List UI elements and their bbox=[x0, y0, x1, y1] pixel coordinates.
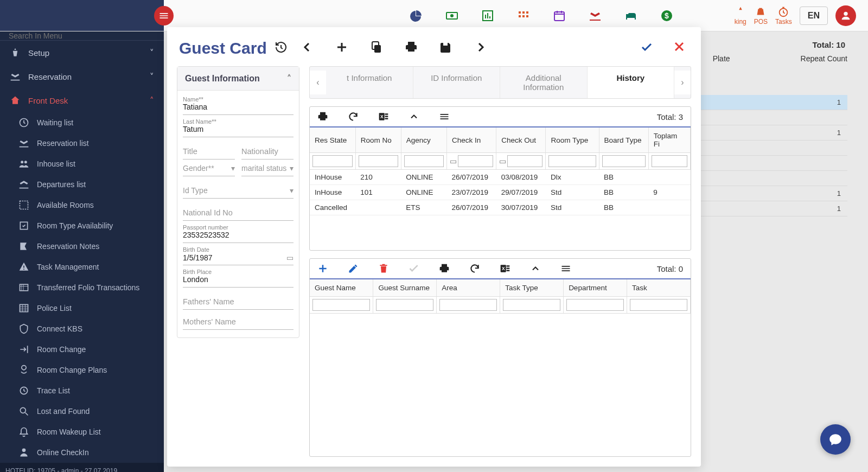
print-icon[interactable] bbox=[439, 263, 450, 274]
svg-rect-34 bbox=[385, 116, 388, 117]
col-header[interactable]: Guest Surname bbox=[373, 279, 437, 297]
svg-rect-40 bbox=[507, 270, 510, 272]
filter-input[interactable] bbox=[548, 155, 596, 167]
dropdown-icon: ▾ bbox=[290, 186, 293, 195]
tasks-table: Guest NameGuest SurnameAreaTask TypeDepa… bbox=[310, 279, 691, 314]
lastname-field[interactable]: Last Name** Tatum bbox=[183, 116, 293, 137]
col-header[interactable]: Agency bbox=[401, 127, 446, 153]
menu-icon[interactable] bbox=[560, 263, 571, 274]
tasks-grid: X Total: 0 Guest NameGuest SurnameAreaTa… bbox=[309, 258, 691, 457]
gender-select[interactable]: Gender**▾ bbox=[183, 161, 235, 176]
title-field[interactable]: Title bbox=[183, 144, 235, 160]
modal-overlay: Guest Card Guest Information ˄ bbox=[0, 0, 868, 472]
copy-button[interactable] bbox=[370, 41, 383, 56]
modal-toolbar bbox=[301, 41, 487, 56]
add-button[interactable] bbox=[335, 41, 348, 56]
marital-select[interactable]: marital status▾ bbox=[241, 161, 293, 176]
col-header[interactable]: Check In bbox=[447, 127, 496, 153]
col-header[interactable]: Toplam Fi bbox=[648, 127, 690, 153]
history-table: Res StateRoom NoAgencyCheck InCheck OutR… bbox=[310, 127, 691, 215]
tasks-grid-toolbar: X Total: 0 bbox=[310, 259, 691, 279]
tab-scroll-left[interactable]: ‹ bbox=[310, 71, 326, 94]
close-button[interactable] bbox=[673, 40, 686, 56]
table-row[interactable]: InHouse210ONLINE26/07/201903/08/2019DlxB… bbox=[310, 170, 691, 185]
modal-header: Guest Card bbox=[167, 27, 701, 66]
col-header[interactable]: Area bbox=[437, 279, 500, 297]
dropdown-icon: ▾ bbox=[290, 164, 293, 173]
excel-icon[interactable]: X bbox=[500, 263, 510, 274]
col-header[interactable]: Res State bbox=[310, 127, 355, 153]
guest-info-header[interactable]: Guest Information ˄ bbox=[177, 67, 299, 91]
right-panel: ‹ t InformationID InformationAdditional … bbox=[309, 66, 691, 457]
refresh-icon[interactable] bbox=[469, 263, 480, 274]
guest-card-modal: Guest Card Guest Information ˄ bbox=[167, 27, 701, 467]
nationality-field[interactable]: Nationality bbox=[241, 144, 293, 160]
filter-input[interactable] bbox=[507, 155, 542, 167]
tab-t-info[interactable]: t Information bbox=[326, 67, 413, 98]
refresh-icon[interactable] bbox=[348, 111, 359, 122]
col-header[interactable]: Board Type bbox=[599, 127, 648, 153]
idtype-select[interactable]: Id Type▾ bbox=[183, 183, 293, 199]
next-button[interactable] bbox=[474, 41, 487, 56]
filter-input[interactable] bbox=[630, 299, 687, 311]
collapse-icon[interactable] bbox=[409, 111, 419, 122]
birthplace-field[interactable]: Birth Place London bbox=[183, 266, 293, 288]
filter-input[interactable] bbox=[439, 299, 497, 311]
tasks-total: Total: 0 bbox=[657, 264, 683, 273]
filter-input[interactable] bbox=[566, 299, 624, 311]
filter-input[interactable] bbox=[602, 155, 646, 167]
confirm-button[interactable] bbox=[640, 41, 653, 56]
filter-input[interactable] bbox=[404, 155, 444, 167]
birthdate-field[interactable]: Birth Date 1/5/1987▭ bbox=[183, 244, 293, 265]
chat-button[interactable] bbox=[820, 424, 851, 455]
tab-history[interactable]: History bbox=[588, 67, 675, 98]
svg-rect-33 bbox=[385, 113, 388, 115]
filter-input[interactable] bbox=[376, 299, 433, 311]
modal-title: Guest Card bbox=[179, 39, 267, 58]
print-icon[interactable] bbox=[317, 111, 328, 122]
filter-input[interactable] bbox=[359, 155, 398, 167]
table-row[interactable]: InHouse101ONLINE23/07/201929/07/2019StdB… bbox=[310, 185, 691, 200]
col-header[interactable]: Check Out bbox=[496, 127, 546, 153]
mothers-name-field[interactable]: Mothers' Name bbox=[183, 314, 293, 330]
menu-icon[interactable] bbox=[439, 111, 450, 122]
history-icon[interactable] bbox=[275, 41, 288, 56]
tab-id-info[interactable]: ID Information bbox=[413, 67, 501, 98]
filter-input[interactable] bbox=[458, 155, 493, 167]
svg-text:X: X bbox=[502, 266, 505, 271]
tab-add-info[interactable]: Additional Information bbox=[500, 67, 588, 98]
check-icon[interactable] bbox=[409, 263, 419, 274]
edit-icon[interactable] bbox=[348, 263, 359, 274]
tab-scroll-right[interactable]: › bbox=[674, 71, 691, 94]
name-field[interactable]: Name** Tatiana bbox=[183, 94, 293, 115]
print-button[interactable] bbox=[405, 41, 418, 56]
filter-input[interactable] bbox=[652, 155, 687, 167]
history-grid-toolbar: X Total: 3 bbox=[310, 107, 691, 127]
collapse-icon[interactable] bbox=[530, 263, 541, 274]
guest-info-panel: Guest Information ˄ Name** Tatiana Last … bbox=[177, 66, 299, 338]
tab-bar: ‹ t InformationID InformationAdditional … bbox=[309, 66, 691, 99]
prev-button[interactable] bbox=[301, 41, 314, 56]
national-id-field[interactable]: National Id No bbox=[183, 205, 293, 221]
excel-icon[interactable]: X bbox=[378, 111, 389, 122]
col-header[interactable]: Room No bbox=[355, 127, 401, 153]
col-header[interactable]: Task Type bbox=[500, 279, 564, 297]
passport-field[interactable]: Passport number 23532523532 bbox=[183, 222, 293, 243]
fathers-name-field[interactable]: Fathers' Name bbox=[183, 294, 293, 310]
history-grid: X Total: 3 Res StateRoom NoAgencyCheck I… bbox=[309, 106, 691, 251]
col-header[interactable]: Room Type bbox=[546, 127, 599, 153]
tasks-scrollbar[interactable] bbox=[310, 451, 691, 456]
collapse-icon: ˄ bbox=[287, 73, 291, 84]
col-header[interactable]: Guest Name bbox=[310, 279, 373, 297]
filter-input[interactable] bbox=[312, 299, 370, 311]
col-header[interactable]: Department bbox=[564, 279, 627, 297]
add-icon[interactable] bbox=[317, 263, 328, 274]
history-total: Total: 3 bbox=[657, 112, 683, 122]
save-button[interactable] bbox=[439, 41, 452, 56]
table-row[interactable]: CancelledETS26/07/201930/07/2019StdBB bbox=[310, 200, 691, 215]
col-header[interactable]: Task bbox=[627, 279, 691, 297]
filter-input[interactable] bbox=[503, 299, 560, 311]
history-scrollbar[interactable] bbox=[310, 245, 691, 250]
filter-input[interactable] bbox=[312, 155, 353, 167]
delete-icon[interactable] bbox=[378, 263, 389, 274]
